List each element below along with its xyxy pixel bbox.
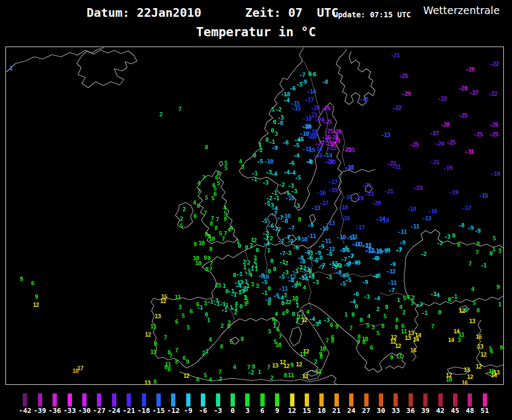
scale-label: 48 — [465, 406, 474, 415]
coastline-path — [336, 49, 375, 106]
scale-bar — [216, 393, 220, 406]
scale-bar — [409, 393, 413, 406]
coastline-path — [270, 172, 342, 248]
scale-bar — [156, 393, 161, 406]
coastline-path — [245, 250, 247, 275]
coastline-path — [404, 258, 503, 307]
coastline-path — [304, 61, 320, 114]
coastline-path — [219, 161, 223, 166]
coastline-path — [365, 185, 372, 193]
scale-bar — [112, 393, 116, 406]
scale-bar — [483, 393, 487, 406]
scale-bar — [260, 393, 265, 406]
coastline-path — [359, 323, 382, 326]
scale-bar — [305, 393, 309, 406]
scale-bar — [290, 393, 294, 406]
scale-label: 12 — [288, 406, 297, 415]
coastline-path — [6, 48, 104, 72]
scale-label: 30 — [377, 406, 385, 415]
scale-bar — [127, 393, 131, 406]
scale-label: 6 — [260, 406, 265, 415]
scale-label: 3 — [245, 406, 250, 415]
scale-label: 51 — [481, 406, 489, 415]
scale-label: -42 — [19, 406, 31, 415]
scale-bar — [245, 393, 250, 406]
coastline-path — [351, 193, 359, 202]
update-label: Update: 07:15 UTC — [333, 10, 411, 19]
scale-label: 36 — [406, 406, 415, 415]
scale-label: -9 — [184, 406, 193, 415]
scale-label: -36 — [48, 406, 61, 415]
coastline-path — [342, 130, 345, 166]
coastline-path — [309, 245, 312, 274]
scale-bar — [468, 393, 472, 406]
scale-label: 27 — [362, 406, 371, 415]
scale-bar — [186, 393, 191, 406]
scale-label: -27 — [93, 406, 106, 415]
scale-label: -18 — [137, 406, 150, 415]
scale-bar — [82, 393, 87, 406]
scale-label: 42 — [436, 406, 445, 415]
scale-label: 9 — [275, 406, 279, 415]
scale-label: -6 — [199, 406, 207, 415]
coastline-path — [405, 229, 503, 258]
scale-bar — [349, 393, 353, 406]
scale-bar — [393, 393, 398, 406]
coastline-path — [287, 235, 297, 243]
scale-label: 21 — [332, 406, 341, 415]
coastline-path — [266, 214, 284, 244]
coastline-path — [175, 202, 193, 228]
scale-bar — [171, 393, 175, 406]
scale-bar — [453, 393, 457, 406]
coastline-path — [215, 298, 234, 320]
scale-label: 45 — [451, 406, 460, 415]
map-title: Temperatur in °C — [0, 25, 512, 39]
scale-bar — [423, 393, 428, 406]
time-label: Zeit: 07 UTC — [245, 6, 338, 19]
coastline-path — [460, 306, 469, 312]
scale-label: -12 — [167, 406, 180, 415]
coastline-path — [485, 371, 497, 376]
scale-label: -39 — [34, 406, 46, 415]
europe-coastline-map — [6, 47, 503, 384]
scale-bar — [52, 393, 57, 406]
scale-label: 15 — [303, 406, 311, 415]
coastline-path — [297, 310, 305, 325]
coastline-path — [448, 367, 470, 375]
coastline-path — [239, 48, 375, 211]
coastline-path — [290, 327, 301, 346]
coastline-path — [230, 337, 239, 344]
scale-label: 39 — [421, 406, 430, 415]
scale-label: 33 — [391, 406, 400, 415]
scale-label: -33 — [63, 406, 76, 415]
scale-bar — [364, 393, 369, 406]
coastline-path — [293, 271, 378, 277]
scale-label: -21 — [122, 406, 135, 415]
scale-label: 18 — [317, 406, 326, 415]
scale-bar — [275, 393, 279, 406]
coastline-path — [325, 109, 329, 156]
coastline-path — [412, 304, 418, 361]
scale-bar — [379, 393, 383, 406]
scale-bar — [23, 393, 27, 406]
coastline-path — [304, 370, 321, 380]
scale-bar — [438, 393, 443, 406]
scale-bar — [142, 393, 146, 406]
coastline-path — [265, 245, 267, 274]
coastline-path — [77, 50, 137, 88]
coastline-path — [151, 243, 405, 376]
scale-bar — [319, 393, 324, 406]
coastline-path — [310, 214, 316, 224]
scale-bar — [68, 393, 72, 406]
weather-map-page: Datum: 22Jan2010 Zeit: 07 UTC Update: 07… — [0, 0, 512, 420]
scale-bar — [334, 393, 339, 406]
scale-bar — [201, 393, 205, 406]
coastline-path — [476, 320, 503, 367]
map-area — [5, 47, 504, 385]
scale-label: 24 — [347, 406, 356, 415]
scale-label: 0 — [231, 406, 235, 415]
scale-bar — [97, 393, 101, 406]
scale-label: -3 — [214, 406, 222, 415]
scale-bar — [231, 393, 235, 406]
date-label: Datum: 22Jan2010 — [87, 6, 201, 19]
